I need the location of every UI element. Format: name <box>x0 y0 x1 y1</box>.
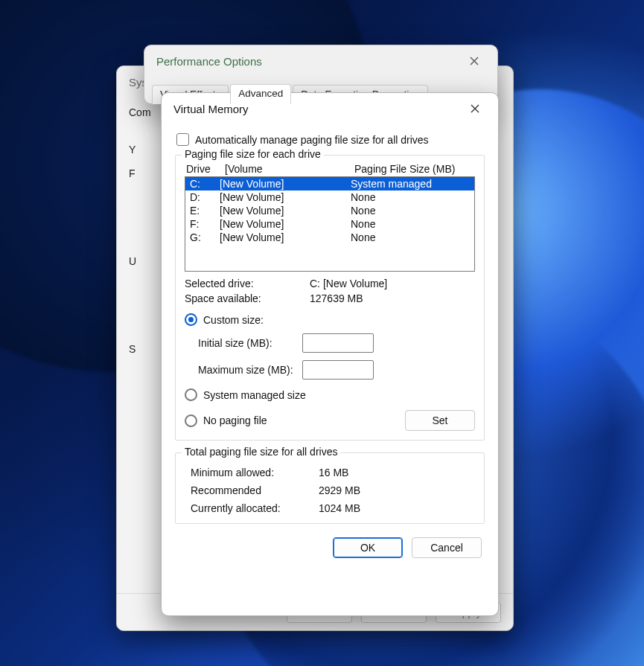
drive-paging-size: None <box>351 205 470 217</box>
drive-volume: [New Volume] <box>220 218 351 230</box>
performance-options-titlebar[interactable]: Performance Options <box>144 45 497 77</box>
space-available-value: 127639 MB <box>310 292 363 304</box>
set-button[interactable]: Set <box>405 410 475 431</box>
header-volume: [Volume <box>225 163 354 175</box>
drive-letter: C: <box>190 178 220 190</box>
drive-letter: E: <box>190 205 220 217</box>
system-managed-label: System managed size <box>203 389 306 401</box>
auto-manage-checkbox[interactable]: Automatically manage paging file size fo… <box>176 133 485 146</box>
no-paging-file-label: No paging file <box>203 414 267 426</box>
drive-paging-size: System managed <box>351 178 470 190</box>
minimum-allowed-label: Minimum allowed: <box>185 467 319 478</box>
drive-list[interactable]: C:[New Volume]System managedD:[New Volum… <box>185 176 475 272</box>
currently-allocated-label: Currently allocated: <box>185 502 319 514</box>
checkbox-icon <box>176 133 189 146</box>
virtual-memory-title: Virtual Memory <box>173 103 249 115</box>
drive-list-headers: Drive [Volume Paging File Size (MB) <box>185 163 475 176</box>
selected-drive-label: Selected drive: <box>185 278 310 289</box>
recommended-label: Recommended <box>185 484 319 496</box>
group-legend: Paging file size for each drive <box>182 148 324 160</box>
initial-size-input[interactable] <box>302 333 374 353</box>
drive-letter: D: <box>190 191 220 203</box>
group-legend: Total paging file size for all drives <box>182 446 340 458</box>
drive-paging-size: None <box>351 191 470 203</box>
drive-paging-size: None <box>351 231 470 243</box>
drive-paging-size: None <box>351 218 470 230</box>
recommended-value: 2929 MB <box>319 484 360 496</box>
total-paging-file-group: Total paging file size for all drives Mi… <box>175 452 485 524</box>
drive-volume: [New Volume] <box>220 205 351 217</box>
custom-size-radio[interactable]: Custom size: <box>185 313 475 326</box>
auto-manage-label: Automatically manage paging file size fo… <box>195 134 429 146</box>
initial-size-label: Initial size (MB): <box>185 337 302 349</box>
header-paging-size: Paging File Size (MB) <box>354 163 474 175</box>
minimum-allowed-value: 16 MB <box>319 467 348 478</box>
maximum-size-label: Maximum size (MB): <box>185 364 302 376</box>
tab-advanced[interactable]: Advanced <box>230 84 291 104</box>
paging-file-each-drive-group: Paging file size for each drive Drive [V… <box>175 155 485 441</box>
drive-letter: F: <box>190 218 220 230</box>
virtual-memory-titlebar[interactable]: Virtual Memory <box>162 93 498 124</box>
drive-letter: G: <box>190 231 220 243</box>
no-paging-file-radio[interactable]: No paging file <box>185 414 267 427</box>
maximum-size-input[interactable] <box>302 360 374 380</box>
space-available-label: Space available: <box>185 292 310 304</box>
virtual-memory-button-row: OK Cancel <box>175 524 485 558</box>
drive-row[interactable]: G:[New Volume]None <box>185 231 474 244</box>
custom-size-label: Custom size: <box>203 314 264 326</box>
currently-allocated-value: 1024 MB <box>319 502 360 514</box>
drive-row[interactable]: F:[New Volume]None <box>185 217 474 231</box>
virtual-memory-dialog: Virtual Memory Automatically manage pagi… <box>161 92 499 616</box>
drive-volume: [New Volume] <box>220 231 351 243</box>
system-managed-radio[interactable]: System managed size <box>185 388 475 401</box>
drive-row[interactable]: D:[New Volume]None <box>185 190 474 204</box>
close-icon[interactable] <box>459 98 491 119</box>
selected-drive-value: C: [New Volume] <box>310 278 387 289</box>
drive-volume: [New Volume] <box>220 191 351 203</box>
ok-button[interactable]: OK <box>333 537 403 558</box>
header-drive: Drive <box>186 163 225 175</box>
radio-icon <box>185 414 197 427</box>
radio-icon <box>185 388 197 401</box>
close-icon[interactable] <box>459 51 490 71</box>
drive-row[interactable]: C:[New Volume]System managed <box>185 177 474 190</box>
drive-row[interactable]: E:[New Volume]None <box>185 204 474 217</box>
drive-volume: [New Volume] <box>220 178 351 190</box>
performance-options-title: Performance Options <box>156 55 262 68</box>
radio-icon <box>185 313 197 326</box>
cancel-button[interactable]: Cancel <box>412 537 482 558</box>
